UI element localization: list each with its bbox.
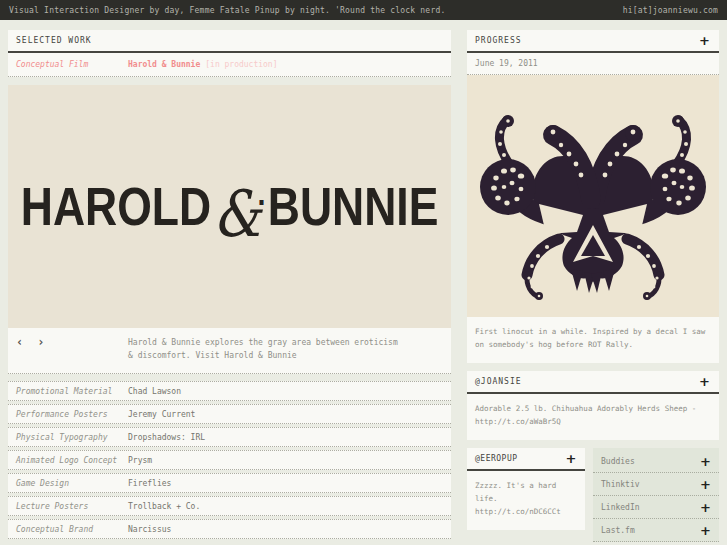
project-row-physical-typography[interactable]: Physical Typography Dropshadows: IRL [8, 427, 451, 447]
link-row-lastfm[interactable]: Last.fm + [593, 519, 719, 542]
selected-work-title: SELECTED WORK [16, 36, 92, 45]
eeropup-tweet-text: Zzzzz. It's a hard life. [475, 481, 556, 503]
credit-value: Chad Lawson [128, 387, 181, 396]
credit-value: Dropshadows: IRL [128, 433, 205, 442]
project-status-badge: [in production] [205, 60, 277, 69]
project-row-conceptual-brand[interactable]: Conceptual Brand Narcissus [8, 519, 451, 539]
caption-line-1: Harold & Bunnie explores the gray area b… [128, 338, 398, 347]
top-bar: Visual Interaction Designer by day, Femm… [0, 0, 727, 20]
eeropup-twitter-card: @EEROPUP + Zzzzz. It's a hard life. http… [467, 448, 585, 530]
main-layout: SELECTED WORK Conceptual Film Harold & B… [0, 20, 727, 542]
link-label: Buddies [601, 457, 635, 466]
progress-card: PROGRESS + June 19, 2011 [467, 30, 719, 363]
credit-label: Conceptual Brand [16, 525, 128, 534]
selected-work-column: SELECTED WORK Conceptual Film Harold & B… [8, 30, 451, 542]
credit-value: Jeremy Current [128, 410, 195, 419]
joansie-tweet-text: Adorable 2.5 lb. Chihuahua Adorably Herd… [475, 404, 696, 413]
logo-word-bunnie: BUNNIE [268, 176, 439, 237]
credit-label: Promotional Material [16, 387, 128, 396]
progress-date-text: June 19, 2011 [475, 59, 538, 68]
artwork-caption-row: ‹› Harold & Bunnie explores the gray are… [8, 328, 451, 374]
project-row-promotional-material[interactable]: Promotional Material Chad Lawson [8, 381, 451, 401]
joansie-header: @JOANSIE + [467, 371, 719, 394]
joansie-twitter-card: @JOANSIE + Adorable 2.5 lb. Chihuahua Ad… [467, 371, 719, 440]
visit-project-link[interactable]: Harold & Bunnie [224, 351, 296, 360]
project-credits-list: Promotional Material Chad Lawson Perform… [8, 381, 451, 539]
sidebar-bottom-row: @EEROPUP + Zzzzz. It's a hard life. http… [467, 448, 719, 542]
plus-icon[interactable]: + [700, 455, 711, 468]
harold-and-bunnie-logo-artwork: HAROLD&·BUNNIE [8, 85, 451, 328]
credit-label: Animated Logo Concept [16, 456, 128, 465]
link-row-buddies[interactable]: Buddies + [593, 450, 719, 473]
progress-caption: First linocut in a while. Inspired by a … [467, 317, 719, 363]
project-category-link[interactable]: Conceptual Film [16, 60, 128, 69]
current-project-row: Conceptual Film Harold & Bunnie [in prod… [8, 53, 451, 77]
prev-arrow-icon[interactable]: ‹ [16, 337, 23, 347]
harold-and-bunnie-logotype: HAROLD&·BUNNIE [21, 176, 439, 237]
logo-dot: · [257, 183, 267, 222]
plus-icon[interactable]: + [699, 375, 711, 388]
octopus-skull-linocut-illustration [467, 75, 719, 317]
eeropup-title: @EEROPUP [475, 454, 518, 463]
credit-label: Physical Typography [16, 433, 128, 442]
credit-value: Narcissus [128, 525, 171, 534]
progress-title: PROGRESS [475, 36, 522, 45]
credit-value: Trollback + Co. [128, 502, 200, 511]
sidebar-column: PROGRESS + June 19, 2011 [467, 30, 719, 542]
eeropup-header: @EEROPUP + [467, 448, 585, 471]
site-tagline: Visual Interaction Designer by day, Femm… [9, 6, 445, 15]
link-label: LinkedIn [601, 503, 640, 512]
link-label: Last.fm [601, 526, 635, 535]
carousel-controls: ‹› [16, 336, 128, 362]
next-arrow-icon[interactable]: › [37, 337, 44, 347]
progress-caption-line-2: on somebody's hog before ROT Rally. [475, 340, 633, 349]
eeropup-tweet: Zzzzz. It's a hard life. http://t.co/nDC… [467, 471, 585, 530]
progress-caption-line-1: First linocut in a while. Inspired by a … [475, 327, 705, 336]
project-row-game-design[interactable]: Game Design Fireflies [8, 473, 451, 493]
credit-value: Prysm [128, 456, 152, 465]
plus-icon[interactable]: + [700, 524, 711, 537]
plus-icon[interactable]: + [700, 501, 711, 514]
project-row-performance-posters[interactable]: Performance Posters Jeremy Current [8, 404, 451, 424]
link-row-linkedin[interactable]: LinkedIn + [593, 496, 719, 519]
joansie-tweet-link[interactable]: http://t.co/aWaBr5Q [475, 417, 561, 426]
contact-email-link[interactable]: hi[at]joanniewu.com [623, 6, 718, 15]
credit-label: Game Design [16, 479, 128, 488]
eeropup-tweet-link[interactable]: http://t.co/nDC6CCt [475, 507, 561, 516]
credit-label: Performance Posters [16, 410, 128, 419]
selected-work-header: SELECTED WORK [8, 30, 451, 53]
link-row-thinktiv[interactable]: Thinktiv + [593, 473, 719, 496]
artwork-caption: Harold & Bunnie explores the gray area b… [128, 336, 398, 362]
project-row-lecture-posters[interactable]: Lecture Posters Trollback + Co. [8, 496, 451, 516]
joansie-title: @JOANSIE [475, 377, 522, 386]
credit-value: Fireflies [128, 479, 171, 488]
credit-label: Lecture Posters [16, 502, 128, 511]
external-links-panel: Buddies + Thinktiv + LinkedIn + Last.fm … [593, 448, 719, 542]
logo-word-harold: HAROLD [21, 176, 211, 237]
link-label: Thinktiv [601, 480, 640, 489]
caption-line-2: & discomfort. Visit [128, 351, 224, 360]
progress-header: PROGRESS + [467, 30, 719, 53]
plus-icon[interactable]: + [700, 478, 711, 491]
project-name-link[interactable]: Harold & Bunnie [128, 60, 200, 69]
progress-date: June 19, 2011 [467, 53, 719, 75]
project-row-animated-logo-concept[interactable]: Animated Logo Concept Prysm [8, 450, 451, 470]
plus-icon[interactable]: + [699, 34, 711, 47]
plus-icon[interactable]: + [566, 452, 577, 465]
joansie-tweet: Adorable 2.5 lb. Chihuahua Adorably Herd… [467, 394, 719, 440]
